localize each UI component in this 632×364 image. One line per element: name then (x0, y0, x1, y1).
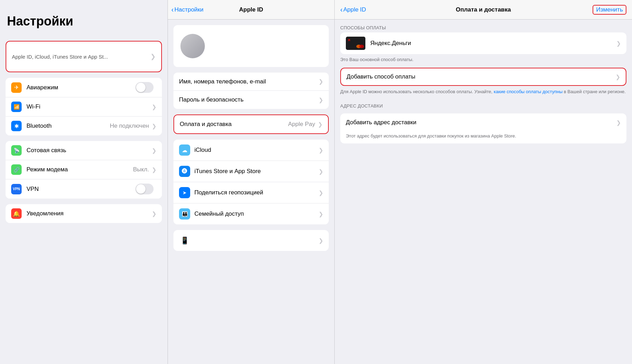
apple-id-card[interactable]: Apple ID, iCloud, iTunes Store и App St.… (6, 41, 162, 72)
delivery-note: Этот адрес будет использоваться для дост… (340, 132, 626, 143)
delivery-section-label: АДРЕС ДОСТАВКИ (335, 98, 632, 111)
itunes-chevron: ❯ (319, 168, 323, 175)
bluetooth-value: Не подключен (110, 122, 149, 129)
airplane-icon: ✈ (11, 82, 22, 93)
sidebar-item-cellular[interactable]: 📡 Сотовая связь ❯ (6, 141, 162, 160)
apple-id-family[interactable]: 👪 Семейный доступ ❯ (173, 203, 329, 224)
itunes-icon: 🅐 (179, 166, 190, 177)
payment-content: СПОСОБЫ ОПЛАТЫ Я Яндекс.Деньги ❯ Это Ваш… (335, 20, 632, 364)
apple-id-menu-group-2: ☁ iCloud ❯ 🅐 iTunes Store и App Store ❯ … (173, 140, 329, 224)
icloud-label: iCloud (194, 147, 319, 154)
bluetooth-icon: ✱ (11, 121, 22, 131)
add-payment-button[interactable]: Добавить способ оплаты ❯ (340, 68, 626, 86)
airplane-toggle[interactable] (135, 82, 154, 93)
payment-back-label: Apple ID (343, 6, 366, 13)
iphone-icon: 📱 (179, 235, 190, 246)
sidebar-item-notifications[interactable]: 🔔 Уведомления ❯ (6, 204, 162, 223)
location-icon: ➤ (179, 187, 190, 198)
apple-id-payment-delivery[interactable]: Оплата и доставка Apple Pay ❯ (174, 115, 328, 133)
payment-main-note: Это Ваш основной способ оплаты. (335, 54, 632, 65)
apple-id-location[interactable]: ➤ Поделиться геопозицией ❯ (173, 182, 329, 203)
wifi-chevron: ❯ (152, 104, 156, 110)
location-chevron: ❯ (319, 190, 323, 196)
add-payment-chevron-icon: ❯ (616, 74, 620, 80)
apple-id-name-phones[interactable]: Имя, номера телефонов, e-mail ❯ (173, 73, 329, 91)
apple-id-menu-group-1: Имя, номера телефонов, e-mail ❯ Пароль и… (173, 73, 329, 109)
cellular-chevron: ❯ (152, 147, 156, 154)
family-label: Семейный доступ (194, 210, 319, 217)
name-phones-label: Имя, номера телефонов, e-mail (179, 78, 319, 85)
payment-delivery-highlighted[interactable]: Оплата и доставка Apple Pay ❯ (173, 114, 329, 134)
payment-back-button[interactable]: ‹ Apple ID (340, 6, 366, 14)
edit-button[interactable]: Изменить (593, 5, 626, 15)
back-label: Настройки (174, 6, 203, 13)
settings-group-2: 📡 Сотовая связь ❯ 🔗 Режим модема Выкл. ❯… (6, 141, 162, 199)
hotspot-icon: 🔗 (11, 164, 22, 175)
settings-panel: Настройки Apple ID, iCloud, iTunes Store… (0, 0, 168, 364)
add-delivery-label: Добавить адрес доставки (346, 119, 616, 126)
yandex-card-image: Я (346, 37, 365, 50)
yandex-chevron-icon: ❯ (616, 40, 621, 47)
apple-id-content: Имя, номера телефонов, e-mail ❯ Пароль и… (168, 20, 334, 364)
vpn-toggle[interactable] (135, 184, 154, 194)
notifications-chevron: ❯ (152, 210, 156, 217)
add-payment-note-after: в Вашей стране или регионе. (563, 89, 626, 94)
apple-id-back-button[interactable]: ‹ Настройки (171, 6, 203, 14)
sidebar-item-airplane[interactable]: ✈ Авиарежим (6, 78, 162, 97)
notifications-icon: 🔔 (11, 208, 22, 219)
payment-methods-list: Я Яндекс.Деньги ❯ (340, 32, 626, 54)
name-phones-chevron: ❯ (319, 78, 323, 85)
hotspot-value: Выкл. (133, 166, 149, 173)
cellular-label: Сотовая связь (27, 147, 152, 154)
apple-id-panel: ‹ Настройки Apple ID Имя, номера телефон… (168, 0, 334, 364)
family-icon: 👪 (179, 208, 190, 220)
airplane-label: Авиарежим (27, 84, 135, 91)
add-payment-note-link[interactable]: какие способы оплаты доступны (494, 89, 563, 94)
location-label: Поделиться геопозицией (194, 189, 319, 196)
bluetooth-chevron: ❯ (152, 123, 156, 129)
add-payment-note-before: Для Apple ID можно использовать нескольк… (340, 89, 494, 94)
delivery-section: Добавить адрес доставки ❯ Этот адрес буд… (340, 113, 626, 143)
icloud-chevron: ❯ (319, 147, 323, 154)
apple-id-password-security[interactable]: Пароль и безопасность ❯ (173, 91, 329, 109)
icloud-icon: ☁ (179, 144, 190, 156)
apple-id-itunes[interactable]: 🅐 iTunes Store и App Store ❯ (173, 161, 329, 182)
sidebar-item-vpn[interactable]: VPN VPN (6, 179, 162, 199)
settings-header: Настройки (0, 0, 168, 39)
payment-header: ‹ Apple ID Оплата и доставка Изменить (335, 0, 632, 20)
back-chevron-icon: ‹ (340, 6, 343, 14)
wifi-icon: 📶 (11, 102, 22, 112)
yandex-card-name: Яндекс.Деньги (370, 40, 616, 47)
apple-id-icloud[interactable]: ☁ iCloud ❯ (173, 140, 329, 161)
payment-panel: ‹ Apple ID Оплата и доставка Изменить СП… (334, 0, 632, 364)
itunes-label: iTunes Store и App Store (194, 168, 319, 175)
hotspot-chevron: ❯ (152, 166, 156, 173)
notifications-label: Уведомления (27, 210, 152, 217)
iphone-chevron: ❯ (319, 237, 323, 244)
add-payment-note: Для Apple ID можно использовать нескольк… (335, 86, 632, 98)
sidebar-item-wifi[interactable]: 📶 Wi-Fi ❯ (6, 97, 162, 117)
add-delivery-chevron-icon: ❯ (616, 119, 621, 126)
profile-section (173, 25, 329, 67)
yandex-money-row[interactable]: Я Яндекс.Деньги ❯ (340, 32, 626, 54)
payment-delivery-chevron: ❯ (318, 121, 322, 128)
profile-avatar (180, 34, 205, 58)
add-delivery-button[interactable]: Добавить адрес доставки ❯ (340, 113, 626, 132)
payment-section-label: СПОСОБЫ ОПЛАТЫ (335, 20, 632, 32)
sidebar-item-bluetooth[interactable]: ✱ Bluetooth Не подключен ❯ (6, 117, 162, 135)
apple-id-devices-group: 📱 ❯ (173, 230, 329, 251)
hotspot-label: Режим модема (27, 166, 133, 173)
cellular-icon: 📡 (11, 145, 22, 156)
vpn-label: VPN (27, 186, 135, 193)
wifi-label: Wi-Fi (27, 103, 152, 110)
apple-id-header: ‹ Настройки Apple ID (168, 0, 334, 20)
sidebar-item-hotspot[interactable]: 🔗 Режим модема Выкл. ❯ (6, 160, 162, 179)
payment-delivery-value: Apple Pay (288, 121, 315, 128)
password-security-label: Пароль и безопасность (179, 96, 319, 103)
password-security-chevron: ❯ (319, 97, 323, 103)
vpn-icon: VPN (11, 184, 22, 194)
family-chevron: ❯ (319, 211, 323, 217)
settings-group-1: ✈ Авиарежим 📶 Wi-Fi ❯ ✱ Bluetooth Не под… (6, 78, 162, 135)
apple-id-iphone[interactable]: 📱 ❯ (173, 230, 329, 251)
back-chevron-icon: ‹ (171, 6, 174, 14)
